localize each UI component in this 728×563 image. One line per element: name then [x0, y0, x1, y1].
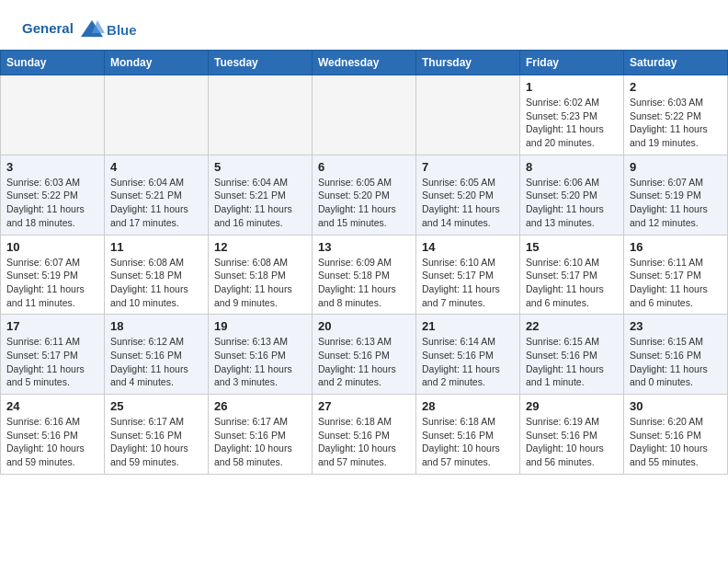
day-number: 16: [630, 240, 722, 254]
weekday-header-row: SundayMondayTuesdayWednesdayThursdayFrid…: [1, 51, 728, 75]
day-info: Sunrise: 6:08 AM Sunset: 5:18 PM Dayligh…: [214, 256, 306, 310]
calendar-cell: 27Sunrise: 6:18 AM Sunset: 5:16 PM Dayli…: [313, 395, 416, 475]
calendar-cell: 28Sunrise: 6:18 AM Sunset: 5:16 PM Dayli…: [416, 395, 520, 475]
calendar-cell: 11Sunrise: 6:08 AM Sunset: 5:18 PM Dayli…: [105, 235, 209, 315]
calendar-cell: 26Sunrise: 6:17 AM Sunset: 5:16 PM Dayli…: [209, 395, 313, 475]
calendar-cell: 16Sunrise: 6:11 AM Sunset: 5:17 PM Dayli…: [624, 235, 728, 315]
day-number: 6: [318, 160, 410, 174]
day-info: Sunrise: 6:08 AM Sunset: 5:18 PM Dayligh…: [110, 256, 202, 310]
day-info: Sunrise: 6:03 AM Sunset: 5:22 PM Dayligh…: [6, 176, 98, 230]
day-info: Sunrise: 6:13 AM Sunset: 5:16 PM Dayligh…: [214, 335, 306, 389]
day-number: 5: [214, 160, 306, 174]
calendar-cell: 4Sunrise: 6:04 AM Sunset: 5:21 PM Daylig…: [105, 155, 209, 235]
calendar-cell: 7Sunrise: 6:05 AM Sunset: 5:20 PM Daylig…: [416, 155, 520, 235]
day-info: Sunrise: 6:07 AM Sunset: 5:19 PM Dayligh…: [6, 256, 98, 310]
day-info: Sunrise: 6:15 AM Sunset: 5:16 PM Dayligh…: [630, 335, 722, 389]
week-row-5: 24Sunrise: 6:16 AM Sunset: 5:16 PM Dayli…: [1, 395, 728, 475]
day-number: 13: [318, 240, 410, 254]
day-info: Sunrise: 6:19 AM Sunset: 5:16 PM Dayligh…: [526, 415, 618, 469]
day-number: 12: [214, 240, 306, 254]
day-info: Sunrise: 6:04 AM Sunset: 5:21 PM Dayligh…: [214, 176, 306, 230]
day-info: Sunrise: 6:09 AM Sunset: 5:18 PM Dayligh…: [318, 256, 410, 310]
day-number: 1: [526, 80, 618, 94]
day-number: 27: [318, 399, 410, 413]
day-number: 29: [526, 399, 618, 413]
weekday-wednesday: Wednesday: [313, 51, 416, 75]
day-info: Sunrise: 6:17 AM Sunset: 5:16 PM Dayligh…: [110, 415, 202, 469]
weekday-friday: Friday: [520, 51, 624, 75]
day-number: 20: [318, 319, 410, 333]
day-info: Sunrise: 6:11 AM Sunset: 5:17 PM Dayligh…: [630, 256, 722, 310]
day-number: 23: [630, 319, 722, 333]
day-number: 3: [6, 160, 98, 174]
calendar-cell: 23Sunrise: 6:15 AM Sunset: 5:16 PM Dayli…: [624, 315, 728, 395]
calendar-cell: 6Sunrise: 6:05 AM Sunset: 5:20 PM Daylig…: [313, 155, 416, 235]
day-number: 17: [6, 319, 98, 333]
day-info: Sunrise: 6:04 AM Sunset: 5:21 PM Dayligh…: [110, 176, 202, 230]
calendar-cell: 15Sunrise: 6:10 AM Sunset: 5:17 PM Dayli…: [520, 235, 624, 315]
day-number: 25: [110, 399, 202, 413]
calendar-cell: 14Sunrise: 6:10 AM Sunset: 5:17 PM Dayli…: [416, 235, 520, 315]
header: General Blue: [0, 0, 728, 50]
calendar-cell: 9Sunrise: 6:07 AM Sunset: 5:19 PM Daylig…: [624, 155, 728, 235]
logo: General Blue: [22, 17, 137, 42]
calendar-cell: 25Sunrise: 6:17 AM Sunset: 5:16 PM Dayli…: [105, 395, 209, 475]
day-number: 18: [110, 319, 202, 333]
day-info: Sunrise: 6:06 AM Sunset: 5:20 PM Dayligh…: [526, 176, 618, 230]
calendar-cell: 30Sunrise: 6:20 AM Sunset: 5:16 PM Dayli…: [624, 395, 728, 475]
calendar-cell: 12Sunrise: 6:08 AM Sunset: 5:18 PM Dayli…: [209, 235, 313, 315]
logo-icon: [79, 17, 105, 42]
calendar-cell: 20Sunrise: 6:13 AM Sunset: 5:16 PM Dayli…: [313, 315, 416, 395]
day-info: Sunrise: 6:03 AM Sunset: 5:22 PM Dayligh…: [630, 96, 722, 150]
day-info: Sunrise: 6:10 AM Sunset: 5:17 PM Dayligh…: [422, 256, 514, 310]
calendar-cell: [416, 75, 520, 155]
day-info: Sunrise: 6:16 AM Sunset: 5:16 PM Dayligh…: [6, 415, 98, 469]
calendar-cell: 18Sunrise: 6:12 AM Sunset: 5:16 PM Dayli…: [105, 315, 209, 395]
calendar-cell: [313, 75, 416, 155]
logo-general: General: [22, 20, 74, 36]
week-row-2: 3Sunrise: 6:03 AM Sunset: 5:22 PM Daylig…: [1, 155, 728, 235]
weekday-saturday: Saturday: [624, 51, 728, 75]
calendar-cell: 8Sunrise: 6:06 AM Sunset: 5:20 PM Daylig…: [520, 155, 624, 235]
day-info: Sunrise: 6:05 AM Sunset: 5:20 PM Dayligh…: [422, 176, 514, 230]
day-info: Sunrise: 6:10 AM Sunset: 5:17 PM Dayligh…: [526, 256, 618, 310]
day-info: Sunrise: 6:13 AM Sunset: 5:16 PM Dayligh…: [318, 335, 410, 389]
weekday-thursday: Thursday: [416, 51, 520, 75]
day-info: Sunrise: 6:02 AM Sunset: 5:23 PM Dayligh…: [526, 96, 618, 150]
day-number: 22: [526, 319, 618, 333]
day-info: Sunrise: 6:20 AM Sunset: 5:16 PM Dayligh…: [630, 415, 722, 469]
day-number: 9: [630, 160, 722, 174]
calendar-cell: 1Sunrise: 6:02 AM Sunset: 5:23 PM Daylig…: [520, 75, 624, 155]
calendar-cell: 17Sunrise: 6:11 AM Sunset: 5:17 PM Dayli…: [1, 315, 105, 395]
calendar-cell: 22Sunrise: 6:15 AM Sunset: 5:16 PM Dayli…: [520, 315, 624, 395]
day-number: 8: [526, 160, 618, 174]
calendar: SundayMondayTuesdayWednesdayThursdayFrid…: [0, 50, 728, 475]
day-info: Sunrise: 6:07 AM Sunset: 5:19 PM Dayligh…: [630, 176, 722, 230]
day-number: 30: [630, 399, 722, 413]
weekday-monday: Monday: [105, 51, 209, 75]
calendar-cell: 5Sunrise: 6:04 AM Sunset: 5:21 PM Daylig…: [209, 155, 313, 235]
day-info: Sunrise: 6:15 AM Sunset: 5:16 PM Dayligh…: [526, 335, 618, 389]
calendar-cell: 2Sunrise: 6:03 AM Sunset: 5:22 PM Daylig…: [624, 75, 728, 155]
day-number: 24: [6, 399, 98, 413]
day-info: Sunrise: 6:11 AM Sunset: 5:17 PM Dayligh…: [6, 335, 98, 389]
weekday-sunday: Sunday: [1, 51, 105, 75]
day-number: 19: [214, 319, 306, 333]
week-row-4: 17Sunrise: 6:11 AM Sunset: 5:17 PM Dayli…: [1, 315, 728, 395]
day-number: 7: [422, 160, 514, 174]
calendar-cell: 29Sunrise: 6:19 AM Sunset: 5:16 PM Dayli…: [520, 395, 624, 475]
day-info: Sunrise: 6:17 AM Sunset: 5:16 PM Dayligh…: [214, 415, 306, 469]
day-number: 21: [422, 319, 514, 333]
day-info: Sunrise: 6:18 AM Sunset: 5:16 PM Dayligh…: [318, 415, 410, 469]
day-number: 28: [422, 399, 514, 413]
day-number: 15: [526, 240, 618, 254]
day-info: Sunrise: 6:05 AM Sunset: 5:20 PM Dayligh…: [318, 176, 410, 230]
calendar-cell: 10Sunrise: 6:07 AM Sunset: 5:19 PM Dayli…: [1, 235, 105, 315]
day-info: Sunrise: 6:18 AM Sunset: 5:16 PM Dayligh…: [422, 415, 514, 469]
day-number: 11: [110, 240, 202, 254]
logo-blue: Blue: [107, 22, 137, 38]
calendar-cell: 19Sunrise: 6:13 AM Sunset: 5:16 PM Dayli…: [209, 315, 313, 395]
week-row-1: 1Sunrise: 6:02 AM Sunset: 5:23 PM Daylig…: [1, 75, 728, 155]
calendar-cell: 3Sunrise: 6:03 AM Sunset: 5:22 PM Daylig…: [1, 155, 105, 235]
day-number: 10: [6, 240, 98, 254]
